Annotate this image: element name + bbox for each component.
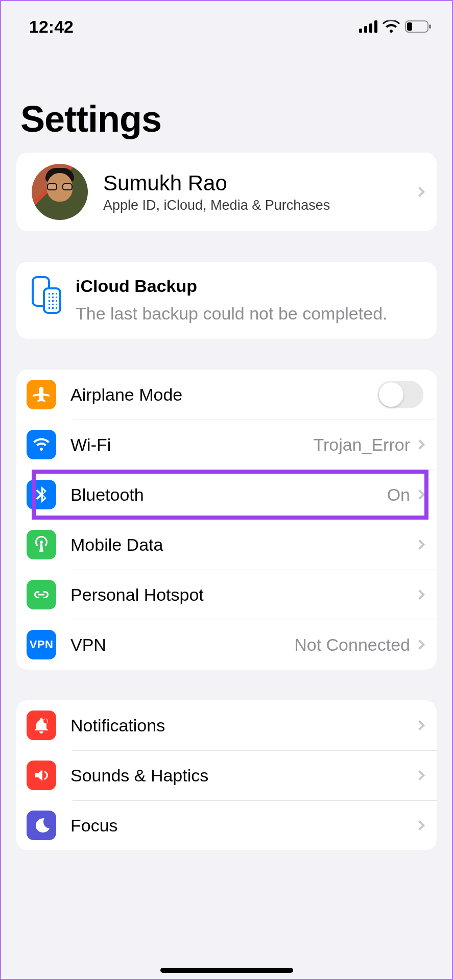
focus-label: Focus (70, 816, 416, 836)
network-group: Airplane Mode Wi-Fi Trojan_Error Bluetoo… (16, 370, 437, 670)
bluetooth-icon (27, 480, 56, 509)
focus-row[interactable]: Focus (16, 800, 437, 850)
sounds-row[interactable]: Sounds & Haptics (16, 750, 437, 800)
icloud-backup-message: The last backup could not be completed. (76, 302, 423, 325)
chevron-right-icon (415, 770, 425, 780)
notifications-row[interactable]: Notifications (16, 700, 437, 750)
svg-rect-6 (429, 24, 431, 29)
speaker-icon (27, 761, 56, 790)
chevron-right-icon (415, 489, 425, 500)
wifi-row[interactable]: Wi-Fi Trojan_Error (16, 420, 437, 470)
svg-rect-1 (364, 26, 367, 33)
status-indicators (359, 20, 432, 33)
cellular-icon (359, 20, 377, 33)
chevron-right-icon (415, 540, 425, 550)
chevron-right-icon (415, 187, 425, 197)
svg-rect-3 (374, 20, 377, 33)
chevron-right-icon (415, 720, 425, 730)
svg-rect-5 (407, 22, 412, 31)
profile-name: Sumukh Rao (103, 171, 416, 195)
wifi-value: Trojan_Error (313, 435, 410, 455)
home-indicator[interactable] (160, 968, 293, 973)
airplane-toggle[interactable] (377, 381, 423, 408)
wifi-status-icon (383, 20, 400, 33)
vpn-value: Not Connected (294, 635, 410, 655)
svg-point-8 (43, 719, 47, 723)
vpn-row[interactable]: VPN VPN Not Connected (16, 620, 437, 670)
chevron-right-icon (415, 820, 425, 830)
mobile-data-row[interactable]: Mobile Data (16, 520, 437, 570)
avatar (32, 164, 88, 220)
bell-icon (27, 710, 56, 740)
devices-icon (32, 276, 62, 313)
battery-icon (405, 20, 432, 33)
apple-id-row[interactable]: Sumukh Rao Apple ID, iCloud, Media & Pur… (16, 153, 437, 231)
chevron-right-icon (415, 439, 425, 450)
icloud-backup-title: iCloud Backup (76, 276, 423, 296)
moon-icon (27, 811, 56, 840)
profile-subtitle: Apple ID, iCloud, Media & Purchases (103, 198, 416, 213)
wifi-label: Wi-Fi (70, 435, 313, 455)
bluetooth-label: Bluetooth (70, 485, 387, 505)
mobile-data-label: Mobile Data (70, 535, 416, 555)
status-bar: 12:42 (1, 1, 452, 42)
bluetooth-value: On (387, 485, 410, 505)
link-icon (27, 580, 56, 609)
status-time: 12:42 (29, 17, 74, 37)
vpn-icon: VPN (27, 630, 56, 659)
chevron-right-icon (415, 590, 425, 600)
sounds-label: Sounds & Haptics (70, 766, 416, 786)
icloud-backup-row[interactable]: iCloud Backup The last backup could not … (16, 262, 437, 339)
notifications-label: Notifications (70, 716, 416, 736)
wifi-icon (27, 430, 56, 459)
airplane-mode-row[interactable]: Airplane Mode (16, 370, 437, 420)
chevron-right-icon (415, 640, 425, 650)
airplane-icon (27, 380, 56, 409)
page-title: Settings (1, 42, 452, 153)
svg-rect-2 (369, 23, 372, 33)
airplane-label: Airplane Mode (70, 385, 377, 405)
hotspot-row[interactable]: Personal Hotspot (16, 570, 437, 620)
profile-group: Sumukh Rao Apple ID, iCloud, Media & Pur… (16, 153, 437, 231)
general-group: Notifications Sounds & Haptics Focus (16, 700, 437, 850)
icloud-backup-group: iCloud Backup The last backup could not … (16, 262, 437, 339)
bluetooth-row[interactable]: Bluetooth On (16, 470, 437, 520)
svg-rect-0 (359, 29, 362, 33)
antenna-icon (27, 530, 56, 559)
hotspot-label: Personal Hotspot (70, 585, 416, 605)
vpn-label: VPN (70, 635, 294, 655)
